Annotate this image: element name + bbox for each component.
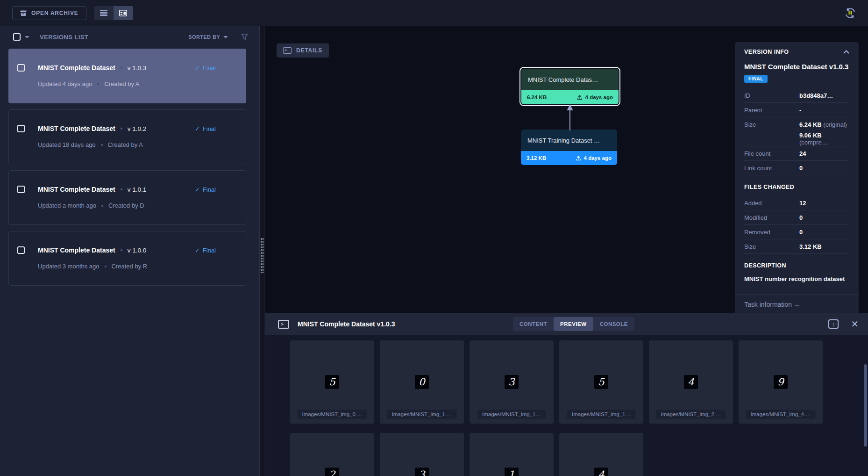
info-row: Parent - — [744, 103, 849, 117]
info-label: Size — [744, 121, 799, 128]
details-button[interactable]: >_ DETAILS — [277, 43, 329, 58]
info-label: Size — [744, 243, 799, 250]
image-preview-tile[interactable]: 3 — [380, 433, 464, 476]
version-checkbox[interactable] — [17, 246, 25, 254]
info-value: b3d848a7… — [799, 92, 833, 99]
info-value: 0 — [799, 214, 849, 221]
version-checkbox[interactable] — [17, 186, 25, 193]
image-filename-label: Images/MNIST_img_1.… — [387, 410, 456, 419]
image-preview-tile[interactable]: 2 — [290, 433, 374, 476]
version-card[interactable]: MNIST Complete Dataset v 1.0.1 ✓ Final U… — [8, 170, 246, 225]
info-value-note: (compre… — [799, 139, 828, 146]
preview-tab[interactable]: CONTENT — [513, 317, 554, 331]
graph-node[interactable]: MNIST Complete Datas… 6.24 KB 4 days ago — [519, 67, 620, 106]
version-checkbox[interactable] — [17, 125, 25, 132]
filter-button[interactable] — [241, 34, 248, 40]
mnist-digit: 3 — [508, 376, 514, 388]
table-view-button[interactable] — [94, 6, 114, 20]
version-updated: Updated a month ago — [38, 202, 96, 209]
info-label: Link count — [744, 165, 799, 172]
auto-refresh-button[interactable] — [844, 7, 857, 20]
scrollbar-thumb[interactable] — [864, 364, 867, 447]
mnist-thumbnail: 3 — [505, 375, 519, 389]
select-all-checkbox[interactable] — [13, 33, 21, 41]
version-name: MNIST Complete Dataset — [38, 186, 115, 193]
graph-node[interactable]: MNIST Training Dataset … 3.12 KB 4 days … — [521, 130, 617, 165]
info-value: 12 — [799, 200, 849, 207]
version-card[interactable]: MNIST Complete Dataset v 1.0.2 ✓ Final U… — [8, 109, 246, 164]
status-label: Final — [203, 125, 216, 132]
check-icon: ✓ — [195, 65, 200, 72]
info-row: Modified 0 — [744, 210, 849, 225]
open-archive-button[interactable]: OPEN ARCHIVE — [12, 6, 86, 20]
graph-node-statusbar: 6.24 KB 4 days ago — [521, 90, 619, 104]
mnist-digit: 9 — [777, 376, 783, 388]
preview-grid-row: 2 3 1 — [290, 433, 868, 476]
info-value: 9.06 KB — [799, 132, 822, 139]
chevron-up-icon[interactable] — [843, 50, 849, 54]
graph-node-statusbar: 3.12 KB 4 days ago — [521, 151, 617, 165]
sorted-by-dropdown[interactable]: SORTED BY — [188, 34, 220, 40]
image-preview-tile[interactable]: 0 Images/MNIST_img_1.… — [380, 340, 464, 424]
graph-node-size: 6.24 KB — [527, 94, 547, 100]
info-row: Link count 0 — [744, 161, 849, 175]
task-information-link[interactable]: Task information → — [735, 294, 859, 313]
terminal-icon: >_ — [278, 320, 289, 329]
image-preview-tile[interactable]: 4 — [559, 433, 643, 476]
preview-grid: 5 Images/MNIST_img_0.… 0 Images/MNIST_im… — [265, 335, 868, 476]
preview-panel-header: >_ MNIST Complete Dataset v1.0.3 CONTENT… — [265, 313, 868, 335]
dot-separator — [121, 249, 122, 251]
version-created: Created by R — [112, 263, 148, 270]
info-row: Size 6.24 KB (original) — [744, 117, 849, 132]
mnist-digit: 4 — [598, 469, 604, 476]
versions-panel: VERSIONS LIST SORTED BY MNIST Complete D… — [0, 26, 259, 476]
image-preview-tile[interactable]: 5 Images/MNIST_img_0.… — [290, 340, 374, 424]
mnist-thumbnail: 5 — [325, 375, 339, 389]
top-toolbar: OPEN ARCHIVE — [0, 0, 868, 26]
version-info-panel: VERSION INFO MNIST Complete Dataset v1.0… — [735, 42, 859, 313]
mnist-digit: 1 — [508, 469, 514, 476]
select-all-caret-icon[interactable] — [25, 36, 29, 38]
mnist-thumbnail: 1 — [505, 468, 519, 476]
image-preview-tile[interactable]: 3 Images/MNIST_img_1… — [470, 340, 554, 424]
image-filename-label: Images/MNIST_img_4.… — [746, 410, 815, 419]
image-filename-label: Images/MNIST_img_1… — [567, 410, 635, 419]
check-icon: ✓ — [195, 186, 200, 193]
info-label: Parent — [744, 107, 799, 114]
mnist-thumbnail: 3 — [415, 468, 429, 476]
version-updated: Updated 18 days ago — [38, 141, 96, 148]
version-checkbox[interactable] — [17, 64, 25, 72]
upload-icon — [576, 155, 581, 161]
dot-separator — [121, 188, 122, 190]
image-preview-tile[interactable]: 5 Images/MNIST_img_1… — [559, 340, 643, 424]
close-icon[interactable]: ✕ — [851, 319, 859, 329]
preview-tab[interactable]: CONSOLE — [593, 317, 634, 331]
check-icon: ✓ — [195, 125, 200, 132]
info-label: ID — [744, 92, 799, 99]
image-preview-tile[interactable]: 4 Images/MNIST_img_2.… — [649, 340, 733, 424]
mnist-digit: 4 — [688, 376, 694, 388]
split-view-button[interactable] — [114, 6, 133, 20]
info-row: Added 12 — [744, 196, 849, 210]
preview-panel: >_ MNIST Complete Dataset v1.0.3 CONTENT… — [265, 313, 868, 476]
terminal-icon: >_ — [283, 47, 292, 54]
panel-resize-handle[interactable] — [260, 238, 264, 273]
version-info-rows: ID b3d848a7… Parent - Size 6.24 KB (ori — [744, 88, 849, 175]
version-name: MNIST Complete Dataset — [38, 64, 115, 72]
pop-out-icon[interactable]: ↑ — [828, 319, 839, 329]
image-filename-label: Images/MNIST_img_0.… — [297, 410, 367, 419]
preview-tab[interactable]: PREVIEW — [554, 317, 593, 331]
dot-separator — [101, 144, 103, 146]
mnist-digit: 0 — [419, 376, 425, 388]
version-card[interactable]: MNIST Complete Dataset v 1.0.0 ✓ Final U… — [8, 231, 246, 286]
dot-separator — [121, 128, 122, 130]
image-preview-tile[interactable]: 9 Images/MNIST_img_4.… — [739, 340, 823, 424]
check-icon: ✓ — [195, 247, 200, 254]
version-card[interactable]: MNIST Complete Dataset v 1.0.3 ✓ Final U… — [8, 49, 246, 103]
mnist-thumbnail: 2 — [325, 468, 339, 476]
version-status: ✓ Final — [195, 65, 216, 72]
version-updated: Updated 3 months ago — [38, 263, 100, 270]
image-preview-tile[interactable]: 1 — [470, 433, 554, 476]
sorted-by-caret-icon[interactable] — [223, 36, 228, 38]
auto-refresh-icon — [844, 7, 857, 20]
